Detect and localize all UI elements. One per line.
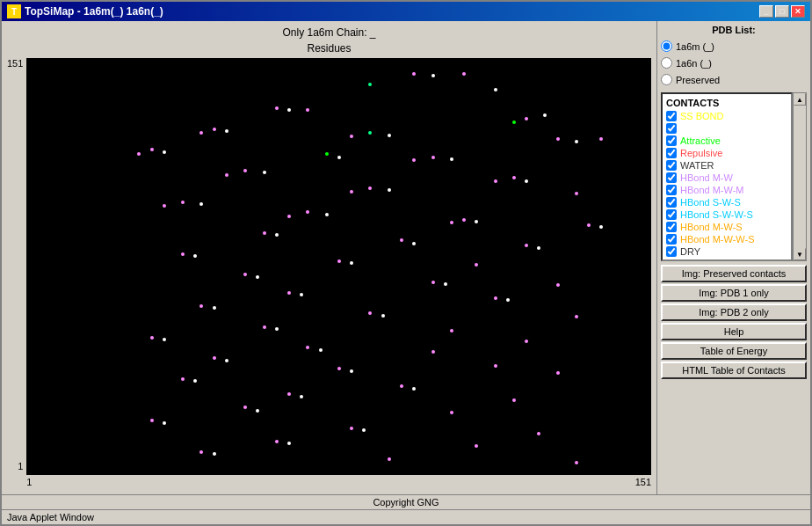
- plot-dot: [575, 461, 578, 464]
- plot-container: 1 151: [26, 58, 651, 489]
- radio-preserved[interactable]: Preserved: [661, 74, 807, 85]
- contact-item: SS BOND: [664, 110, 789, 122]
- contact-label-0: SS BOND: [680, 111, 724, 121]
- plot-dot: [368, 311, 372, 315]
- contact-checkbox-11[interactable]: [666, 246, 677, 257]
- contact-item: Attractive: [664, 135, 789, 147]
- action-button-5[interactable]: HTML Table of Contacts: [661, 362, 807, 379]
- maximize-button[interactable]: □: [775, 5, 789, 18]
- plot-dot: [525, 117, 528, 121]
- plot-dot: [506, 298, 510, 302]
- plot-dot: [412, 387, 416, 391]
- close-button[interactable]: ✕: [791, 5, 805, 18]
- plot-dot: [306, 210, 309, 214]
- plot-dot: [337, 259, 341, 263]
- plot-dot: [287, 108, 291, 112]
- plot-dot: [213, 128, 216, 131]
- plot-dot: [263, 231, 266, 235]
- contact-checkbox-1[interactable]: [666, 123, 677, 134]
- plot-dot: [450, 329, 453, 332]
- plot-dot: [193, 379, 197, 383]
- contact-checkbox-4[interactable]: [666, 160, 677, 171]
- plot-dot: [337, 156, 341, 159]
- contact-checkbox-9[interactable]: [666, 222, 677, 232]
- plot-dot: [193, 254, 197, 258]
- contact-item: WATER: [664, 159, 789, 172]
- plot-dot: [225, 129, 228, 133]
- plot-dot: [300, 395, 303, 398]
- plot-dot: [256, 409, 259, 413]
- plot-dot: [475, 263, 478, 267]
- plot-dot: [181, 201, 185, 204]
- plot-dot: [150, 419, 154, 422]
- plot-dot: [431, 74, 435, 77]
- plot-dot: [475, 220, 478, 223]
- copyright-text: Copyright GNG: [373, 497, 439, 508]
- radio-1a6n[interactable]: 1a6n (_): [661, 57, 807, 69]
- y-axis-top: 151: [7, 58, 23, 69]
- plot-dot: [213, 306, 216, 310]
- x-axis-left: 1: [26, 477, 32, 487]
- minimize-button[interactable]: _: [759, 5, 773, 18]
- plot-dot: [512, 176, 516, 179]
- x-axis-right: 151: [635, 477, 651, 487]
- plot-dot: [319, 348, 323, 352]
- action-button-1[interactable]: Img: PDB 1 only: [661, 284, 807, 302]
- contact-checkbox-10[interactable]: [666, 234, 677, 245]
- plot-dot: [199, 450, 203, 454]
- plot-dot: [412, 72, 416, 76]
- plot-dot: [512, 121, 516, 124]
- contact-checkbox-0[interactable]: [666, 111, 677, 121]
- plot-dot: [388, 457, 391, 461]
- radio-1a6n-label: 1a6n (_): [676, 58, 712, 69]
- applet-bar: Java Applet Window: [2, 509, 810, 524]
- plot-dot: [362, 428, 366, 432]
- plot-dot: [462, 218, 466, 222]
- action-button-4[interactable]: Table of Energy: [661, 342, 807, 360]
- radio-1a6n-input[interactable]: [661, 57, 672, 69]
- action-button-2[interactable]: Img: PDB 2 only: [661, 303, 807, 321]
- contacts-scrollbar[interactable]: ▲ ▼: [793, 92, 807, 261]
- contact-checkbox-5[interactable]: [666, 172, 677, 183]
- contact-checkbox-7[interactable]: [666, 197, 677, 208]
- plot-dot: [243, 169, 247, 172]
- plot-dot: [263, 325, 266, 329]
- plot-dot: [381, 314, 385, 318]
- contact-label-9: HBond M-W-S: [680, 222, 743, 232]
- plot-dot: [225, 173, 228, 177]
- contacts-area: CONTACTS SS BONDCHARGEDAttractiveRepulsi…: [661, 92, 807, 261]
- plot-dot: [350, 261, 353, 265]
- plot-dot: [275, 440, 279, 443]
- contact-label-6: HBond M-W-M: [680, 185, 744, 195]
- plot-dot: [163, 150, 166, 154]
- radio-1a6m[interactable]: 1a6m (_): [661, 40, 807, 52]
- radio-1a6m-input[interactable]: [661, 40, 672, 52]
- plot-dot: [350, 369, 353, 373]
- radio-preserved-input[interactable]: [661, 74, 672, 85]
- plot-dot: [599, 137, 603, 141]
- plot-dot: [525, 179, 528, 183]
- plot-dot: [494, 179, 497, 183]
- plot-dot: [368, 83, 372, 86]
- title-bar-left: T TopSiMap - 1a6m(_) 1a6n(_): [7, 4, 163, 18]
- contacts-box[interactable]: CONTACTS SS BONDCHARGEDAttractiveRepulsi…: [661, 92, 793, 261]
- action-button-3[interactable]: Help: [661, 323, 807, 340]
- scroll-down-btn[interactable]: ▼: [794, 248, 806, 260]
- plot-canvas: [26, 58, 651, 475]
- contact-checkbox-2[interactable]: [666, 135, 677, 146]
- scroll-up-btn[interactable]: ▲: [794, 93, 806, 106]
- plot-dot: [450, 221, 453, 224]
- radio-1a6m-label: 1a6m (_): [676, 41, 714, 52]
- title-bar: T TopSiMap - 1a6m(_) 1a6n(_) _ □ ✕: [2, 2, 810, 21]
- plot-dot: [137, 152, 141, 156]
- plot-dot: [450, 157, 453, 161]
- action-button-0[interactable]: Img: Preserved contacts: [661, 265, 807, 282]
- content-area: Only 1a6m Chain: _ Residues 151 1 1 151: [2, 21, 810, 494]
- contact-checkbox-8[interactable]: [666, 209, 677, 220]
- contact-label-4: WATER: [680, 160, 714, 171]
- plot-dot: [275, 233, 279, 237]
- contact-checkbox-3[interactable]: [666, 148, 677, 158]
- plot-dot: [494, 296, 497, 300]
- plot-dot: [199, 131, 203, 135]
- contact-checkbox-6[interactable]: [666, 185, 677, 195]
